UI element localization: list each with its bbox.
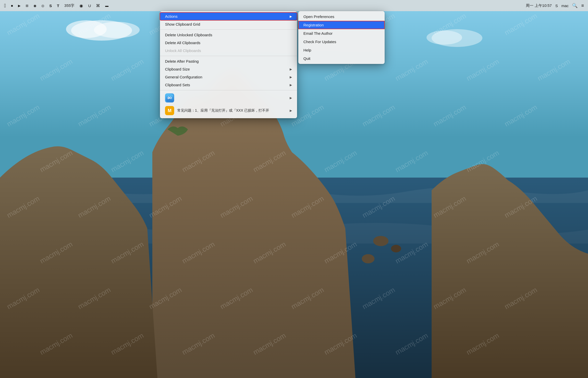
registration-label: Registration: [303, 23, 324, 27]
clipboard-size-arrow: ▶: [290, 67, 292, 71]
clipboard-sets-arrow: ▶: [290, 83, 292, 87]
menubar-app-status-icon3[interactable]: ⊞: [26, 4, 28, 8]
menu-item-clipboard-sets[interactable]: Clipboard Sets ▶: [160, 81, 297, 89]
menubar-icon-circle[interactable]: ◉: [79, 3, 83, 8]
menubar-list-icon[interactable]: ≡: [581, 3, 584, 8]
menu-item-faq[interactable]: M 常见问题：1、应用『无法打开』或『XXX 已损坏，打不开 ▶: [160, 104, 297, 117]
delete-unlocked-label: Delete Unlocked Clipboards: [165, 33, 292, 37]
general-configuration-label: General Configuration: [165, 75, 290, 79]
email-author-label: Email The Author: [303, 31, 333, 36]
apple-menu-icon[interactable]: : [4, 3, 6, 9]
quit-label: Quit: [303, 56, 311, 61]
menubar-app-status-icon4[interactable]: ◉: [34, 4, 36, 8]
menubar-left:  ■ ▶ ⊞ ◉ ◎ S T 355字 ◉ U ⌘ ▬: [4, 3, 108, 9]
m-icon: M: [165, 106, 174, 115]
registration-submenu: Open Preferences Registration Email The …: [298, 11, 385, 64]
menubar-datetime: 周一 上午10:57: [526, 3, 552, 8]
menu-separator-1: [160, 29, 297, 30]
svg-point-13: [168, 97, 169, 98]
faq-item-arrow: ▶: [290, 109, 292, 112]
menu-item-delete-after-pasting[interactable]: Delete After Pasting: [160, 57, 297, 65]
finder-icon-box: [165, 93, 174, 102]
svg-point-14: [170, 97, 171, 98]
menubar-char-count: 355字: [64, 3, 74, 8]
menu-separator-3: [160, 90, 297, 90]
menu-item-delete-all[interactable]: Delete All Clipboards: [160, 39, 297, 47]
menubar-username[interactable]: mac: [561, 4, 568, 8]
check-updates-label: Check For Updates: [303, 40, 336, 44]
menubar-app-status-icon2[interactable]: ▶: [18, 4, 21, 8]
menubar-right: 周一 上午10:57 S mac 🔍 ≡: [526, 3, 584, 8]
open-preferences-label: Open Preferences: [303, 14, 334, 19]
delete-all-label: Delete All Clipboards: [165, 41, 292, 45]
menu-item-finder[interactable]: ▶: [160, 92, 297, 104]
sub-menu-item-email-author[interactable]: Email The Author: [298, 29, 385, 38]
menubar-app-name-t[interactable]: T: [57, 4, 59, 8]
clipboard-size-label: Clipboard Size: [165, 67, 290, 71]
actions-header-label: Actions: [165, 14, 290, 19]
sub-menu-item-registration[interactable]: Registration: [298, 21, 385, 29]
sub-menu-item-help[interactable]: Help: [298, 46, 385, 54]
menubar-search-icon[interactable]: 🔍: [572, 3, 578, 8]
actions-context-menu: Actions ▶ Show Clipboard Grid Delete Unl…: [160, 11, 297, 118]
menubar-battery-icon[interactable]: ▬: [105, 4, 108, 8]
menubar-app-status-icon5[interactable]: ◎: [41, 4, 44, 8]
m-icon-box: M: [165, 106, 174, 115]
menubar-app-status-icon1[interactable]: ■: [11, 4, 13, 8]
unlock-all-label: Unlock All Clipboards: [165, 48, 292, 53]
menubar-wifi-icon[interactable]: ⌘: [96, 3, 100, 8]
sub-menu-item-quit[interactable]: Quit: [298, 54, 385, 63]
sub-menu-item-check-updates[interactable]: Check For Updates: [298, 38, 385, 46]
actions-submenu-arrow: ▶: [290, 15, 292, 18]
menubar-icon-u[interactable]: U: [88, 4, 91, 8]
finder-item-arrow: ▶: [290, 96, 292, 100]
menu-separator-2: [160, 56, 297, 56]
faq-item-label: 常见问题：1、应用『无法打开』或『XXX 已损坏，打不开: [177, 108, 287, 113]
menu-item-delete-unlocked[interactable]: Delete Unlocked Clipboards: [160, 31, 297, 39]
show-clipboard-grid-label: Show Clipboard Grid: [165, 22, 292, 26]
menu-item-actions-header[interactable]: Actions ▶: [160, 12, 297, 20]
clipboard-sets-label: Clipboard Sets: [165, 83, 290, 87]
delete-after-pasting-label: Delete After Pasting: [165, 59, 292, 63]
finder-icon: [165, 93, 174, 102]
menu-item-general-configuration[interactable]: General Configuration ▶: [160, 73, 297, 81]
menu-item-unlock-all[interactable]: Unlock All Clipboards: [160, 47, 297, 55]
help-label: Help: [303, 48, 311, 52]
menubar-app-name-s[interactable]: S: [49, 4, 52, 8]
menubar-skype-icon[interactable]: S: [555, 4, 558, 8]
general-configuration-arrow: ▶: [290, 75, 292, 79]
sub-menu-item-open-preferences[interactable]: Open Preferences: [298, 12, 385, 21]
menu-item-show-clipboard-grid[interactable]: Show Clipboard Grid: [160, 20, 297, 28]
menubar:  ■ ▶ ⊞ ◉ ◎ S T 355字 ◉ U ⌘ ▬ 周一 上午10:57 …: [0, 0, 588, 11]
menu-item-clipboard-size[interactable]: Clipboard Size ▶: [160, 65, 297, 73]
